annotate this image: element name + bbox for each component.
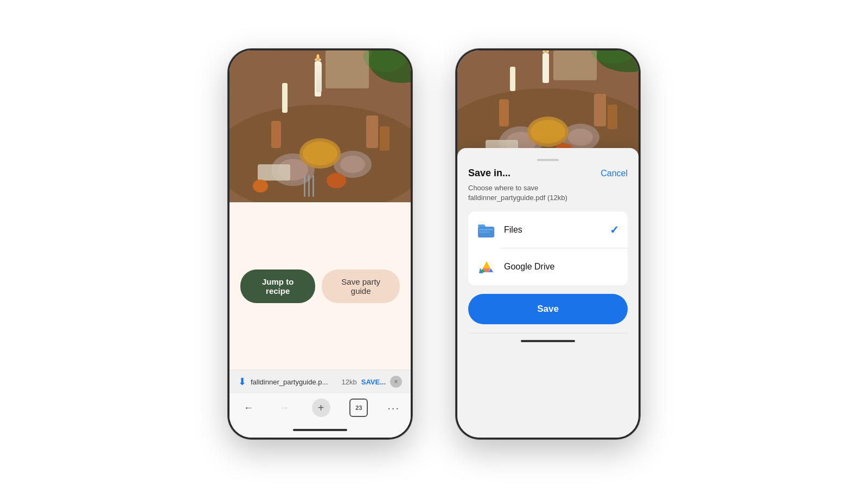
download-bar: ⬇ falldinner_partyguide.p... 12kb SAVE..… bbox=[229, 370, 411, 393]
svg-rect-39 bbox=[510, 67, 515, 91]
dinner-image-1 bbox=[229, 50, 411, 202]
browser-nav: ← → + 23 ··· bbox=[229, 393, 411, 422]
svg-rect-47 bbox=[479, 232, 490, 233]
back-button[interactable]: ← bbox=[240, 400, 257, 416]
home-indicator-2 bbox=[468, 333, 628, 348]
download-close-button[interactable]: × bbox=[390, 376, 402, 388]
svg-rect-24 bbox=[326, 50, 369, 88]
svg-rect-46 bbox=[479, 229, 493, 230]
svg-point-11 bbox=[317, 54, 319, 59]
modal-description-line1: Choose where to save bbox=[468, 184, 538, 192]
download-filename: falldinner_partyguide.p... bbox=[251, 378, 337, 386]
gdrive-option-label: Google Drive bbox=[504, 262, 619, 272]
svg-point-32 bbox=[531, 120, 565, 144]
google-drive-option[interactable]: Google Drive bbox=[468, 248, 628, 285]
modal-description-line2: falldinner_partyguide.pdf (12kb) bbox=[468, 194, 567, 202]
download-save-button[interactable]: SAVE... bbox=[361, 378, 386, 386]
save-modal: Save in... Cancel Choose where to save f… bbox=[457, 148, 639, 438]
save-options-list: Files ✓ bbox=[468, 211, 628, 285]
home-indicator-1 bbox=[229, 422, 411, 438]
gdrive-icon bbox=[477, 257, 496, 277]
modal-description: Choose where to save falldinner_partygui… bbox=[468, 183, 628, 203]
cancel-button[interactable]: Cancel bbox=[601, 169, 628, 178]
svg-rect-15 bbox=[282, 83, 288, 113]
home-bar-2 bbox=[521, 340, 575, 342]
forward-button[interactable]: → bbox=[276, 400, 292, 416]
modal-scroll-indicator bbox=[537, 159, 559, 161]
svg-point-7 bbox=[303, 142, 337, 165]
modal-title: Save in... bbox=[468, 168, 510, 179]
svg-rect-44 bbox=[553, 50, 597, 80]
svg-rect-36 bbox=[499, 99, 509, 126]
files-checkmark: ✓ bbox=[610, 223, 619, 236]
svg-rect-19 bbox=[312, 175, 314, 197]
dinner-image-2 bbox=[457, 50, 639, 159]
svg-point-23 bbox=[253, 179, 268, 192]
svg-marker-55 bbox=[483, 261, 490, 268]
files-icon bbox=[477, 220, 496, 240]
buttons-area: Jump to recipe Save party guide bbox=[229, 202, 411, 370]
download-size: 12kb bbox=[342, 378, 357, 386]
phone-content-1: Jump to recipe Save party guide ⬇ falldi… bbox=[229, 202, 411, 438]
save-party-guide-button[interactable]: Save party guide bbox=[322, 269, 400, 303]
svg-rect-17 bbox=[304, 175, 305, 197]
jump-to-recipe-button[interactable]: Jump to recipe bbox=[240, 269, 315, 303]
svg-rect-38 bbox=[608, 105, 617, 129]
files-option-label: Files bbox=[504, 225, 610, 235]
home-bar-1 bbox=[293, 429, 347, 431]
tabs-button[interactable]: 23 bbox=[349, 399, 368, 417]
svg-rect-14 bbox=[380, 126, 390, 151]
more-options-button[interactable]: ··· bbox=[387, 402, 400, 414]
modal-header: Save in... Cancel bbox=[468, 168, 628, 179]
svg-rect-13 bbox=[366, 115, 378, 148]
svg-rect-18 bbox=[308, 175, 310, 197]
svg-rect-37 bbox=[594, 94, 606, 126]
phone-2: Save in... Cancel Choose where to save f… bbox=[456, 49, 640, 439]
svg-rect-33 bbox=[542, 53, 549, 83]
svg-rect-16 bbox=[258, 164, 290, 181]
svg-point-30 bbox=[568, 129, 593, 146]
svg-rect-8 bbox=[315, 61, 321, 97]
add-tab-button[interactable]: + bbox=[312, 399, 330, 417]
svg-point-22 bbox=[327, 173, 346, 188]
svg-rect-12 bbox=[271, 121, 281, 148]
svg-point-5 bbox=[340, 156, 365, 173]
save-button[interactable]: Save bbox=[468, 294, 628, 324]
phone-1: Jump to recipe Save party guide ⬇ falldi… bbox=[228, 49, 412, 439]
files-option[interactable]: Files ✓ bbox=[468, 211, 628, 248]
download-icon: ⬇ bbox=[238, 376, 246, 388]
